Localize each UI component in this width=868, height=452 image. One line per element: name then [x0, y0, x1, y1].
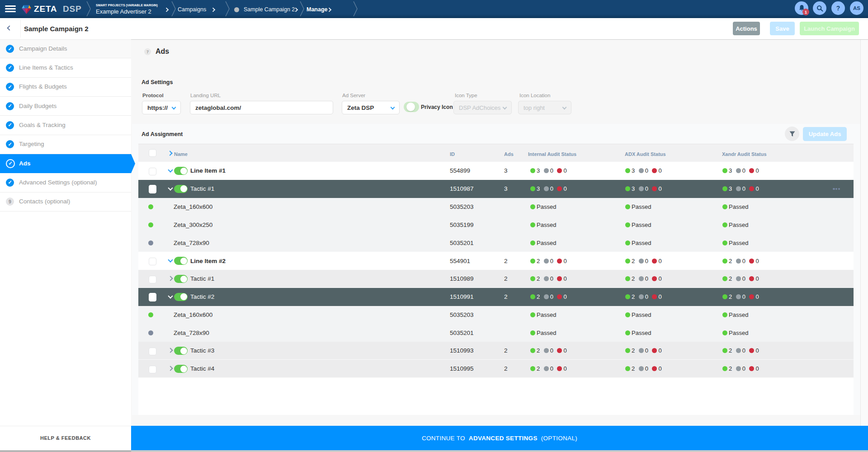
brand-dsp: DSP: [63, 4, 81, 14]
status-count: 0: [658, 275, 661, 282]
ad-row[interactable]: Zeta_728x905035201PassedPassedPassed: [138, 234, 854, 252]
sidebar-item-daily-budgets[interactable]: ✓Daily Budgets: [0, 97, 131, 116]
tactic-row[interactable]: Tactic #415109952200200200: [138, 360, 854, 378]
search-button[interactable]: [813, 1, 826, 15]
red-status-dot: [557, 366, 562, 371]
ad-settings-label: Ad Settings: [142, 79, 173, 85]
sidebar-item-advanced-settings-optional[interactable]: ✓Advanced Settings (optional): [0, 173, 131, 192]
status-text: Passed: [537, 203, 556, 210]
chevron-down-icon[interactable]: [168, 167, 173, 172]
lineitem-row[interactable]: Line Item #15548993300300300: [138, 162, 854, 180]
status-count: 0: [742, 293, 745, 300]
gray-status-dot: [544, 186, 549, 191]
breadcrumb-campaign[interactable]: Sample Campaign 2: [244, 6, 295, 13]
icon-type-select[interactable]: DSP AdChoices: [453, 101, 512, 114]
breadcrumb-campaigns[interactable]: Campaigns: [178, 6, 206, 13]
protocol-select[interactable]: https://: [142, 101, 181, 114]
sidebar-item-line-items-tactics[interactable]: ✓Line Items & Tactics: [0, 58, 131, 77]
enabled-toggle[interactable]: [174, 347, 188, 355]
breadcrumb-advertiser[interactable]: SMART PROJECTS (VARIABLE MARGIN) Example…: [96, 4, 158, 15]
sidebar-item-contacts-optional[interactable]: 9Contacts (optional): [0, 193, 131, 212]
chevron-right-icon[interactable]: [168, 276, 173, 281]
tactic-row[interactable]: Tactic #115109873300300300: [138, 180, 854, 198]
user-avatar[interactable]: AS: [850, 1, 863, 15]
tactic-row[interactable]: Tactic #315109932200200200: [138, 342, 854, 360]
ad-server-select[interactable]: Zeta DSP: [342, 101, 400, 114]
sidebar-item-ads[interactable]: ✓Ads: [0, 154, 131, 173]
green-status-dot: [722, 366, 727, 371]
landing-url-input[interactable]: zetaglobal.com/: [190, 101, 333, 114]
zeta-logo-icon[interactable]: [21, 4, 32, 15]
ad-row[interactable]: Zeta_728x905035201PassedPassedPassed: [138, 324, 854, 342]
back-button[interactable]: [7, 25, 12, 30]
row-checkbox[interactable]: [149, 348, 156, 355]
status-count: 0: [742, 365, 745, 372]
row-checkbox[interactable]: [149, 293, 156, 301]
green-status-dot: [530, 186, 535, 191]
row-menu-button[interactable]: [833, 188, 840, 190]
sidebar-item-campaign-details[interactable]: ✓Campaign Details: [0, 39, 131, 58]
status-count: 2: [729, 293, 732, 300]
status-text: Passed: [537, 221, 556, 228]
row-checkbox[interactable]: [149, 258, 156, 265]
breadcrumb-manage[interactable]: Manage: [307, 6, 328, 13]
launch-campaign-button[interactable]: Launch Campaign: [800, 22, 859, 35]
enabled-toggle[interactable]: [174, 293, 188, 301]
help-button[interactable]: ?: [831, 1, 845, 15]
enabled-toggle[interactable]: [174, 275, 188, 283]
continue-button[interactable]: CONTINUE TO ADVANCED SETTINGS (OPTIONAL): [131, 426, 868, 450]
status-count: 0: [550, 167, 553, 174]
status-text: Passed: [729, 330, 748, 336]
lineitem-row[interactable]: Line Item #25549012200200200: [138, 252, 854, 270]
chevron-down-icon[interactable]: [168, 293, 173, 298]
ad-row[interactable]: Zeta_300x2505035199PassedPassedPassed: [138, 216, 854, 234]
tactic-row[interactable]: Tactic #115109892200200200: [138, 270, 854, 288]
row-checkbox[interactable]: [149, 185, 156, 193]
actions-button[interactable]: Actions: [733, 22, 760, 35]
ad-row[interactable]: Zeta_160x6005035203PassedPassedPassed: [138, 198, 854, 216]
enabled-toggle[interactable]: [174, 167, 188, 175]
sidebar-item-flights-budgets[interactable]: ✓Flights & Budgets: [0, 78, 131, 97]
status-text: Passed: [632, 203, 651, 210]
update-ads-button[interactable]: Update Ads: [803, 127, 847, 141]
status-text: Passed: [537, 240, 556, 246]
enabled-toggle[interactable]: [174, 257, 188, 265]
icon-location-select[interactable]: top right: [518, 101, 571, 114]
scrollbar-track[interactable]: [860, 40, 868, 426]
green-status-dot: [625, 222, 630, 227]
chevron-right-icon[interactable]: [168, 348, 173, 353]
tactic-row[interactable]: Tactic #215109912200200200: [138, 288, 854, 306]
enabled-toggle[interactable]: [174, 185, 188, 193]
audit-status: Passed: [625, 234, 651, 252]
status-count: 0: [645, 347, 648, 354]
red-status-dot: [749, 366, 754, 371]
save-button[interactable]: Save: [770, 22, 795, 35]
ad-row[interactable]: Zeta_160x6005035203PassedPassedPassed: [138, 306, 854, 324]
chevron-down-icon[interactable]: [168, 258, 173, 263]
privacy-icon-toggle[interactable]: [404, 102, 419, 112]
sidebar-item-targeting[interactable]: ✓Targeting: [0, 135, 131, 154]
hamburger-menu-icon[interactable]: [5, 5, 16, 12]
select-all-checkbox[interactable]: [149, 149, 156, 157]
red-status-dot: [557, 348, 562, 353]
check-circle-icon: ✓: [6, 140, 14, 148]
green-status-dot: [722, 168, 727, 173]
row-checkbox[interactable]: [149, 276, 156, 283]
gray-status-dot: [544, 366, 549, 371]
table-footer-space: [138, 378, 854, 415]
sidebar-item-goals-tracking[interactable]: ✓Goals & Tracking: [0, 116, 131, 135]
status-count: 2: [729, 365, 732, 372]
row-checkbox[interactable]: [149, 168, 156, 175]
tactic-id: 1510989: [450, 270, 474, 287]
filter-button[interactable]: [785, 127, 799, 141]
gray-status-dot: [544, 259, 549, 264]
chevron-down-icon[interactable]: [168, 185, 173, 190]
status-count: 2: [632, 347, 635, 354]
status-count: 0: [563, 365, 566, 372]
help-feedback-link[interactable]: HELP & FEEDBACK: [0, 426, 131, 450]
audit-status: Passed: [722, 324, 748, 342]
row-checkbox[interactable]: [149, 366, 156, 373]
expand-all-chevron[interactable]: [167, 151, 172, 155]
chevron-right-icon[interactable]: [168, 366, 173, 371]
enabled-toggle[interactable]: [174, 365, 188, 373]
